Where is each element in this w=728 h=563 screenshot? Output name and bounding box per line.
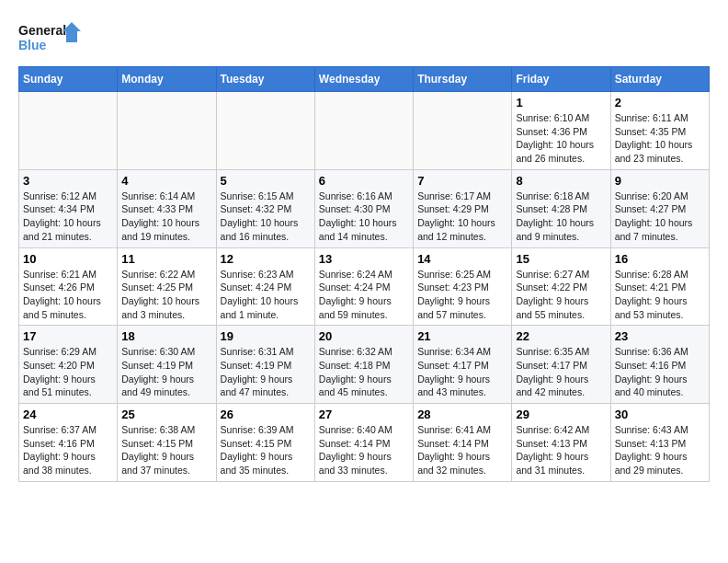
day-number: 6 <box>319 174 409 188</box>
day-info: Sunrise: 6:25 AMSunset: 4:23 PMDaylight:… <box>417 268 507 322</box>
header: General Blue <box>18 18 710 57</box>
calendar-cell: 1Sunrise: 6:10 AMSunset: 4:36 PMDaylight… <box>512 92 610 170</box>
day-number: 19 <box>221 329 311 343</box>
svg-text:Blue: Blue <box>18 38 47 52</box>
day-number: 8 <box>516 174 606 188</box>
day-info: Sunrise: 6:29 AMSunset: 4:20 PMDaylight:… <box>23 345 113 399</box>
day-number: 16 <box>615 252 705 266</box>
day-number: 23 <box>615 329 705 343</box>
day-info: Sunrise: 6:37 AMSunset: 4:16 PMDaylight:… <box>23 423 113 477</box>
day-number: 1 <box>516 96 606 109</box>
calendar-cell <box>19 92 118 170</box>
weekday-header: Tuesday <box>216 67 314 92</box>
calendar-cell: 29Sunrise: 6:42 AMSunset: 4:13 PMDayligh… <box>512 404 610 482</box>
day-info: Sunrise: 6:16 AMSunset: 4:30 PMDaylight:… <box>319 190 409 244</box>
weekday-header: Wednesday <box>314 67 413 92</box>
weekday-header: Monday <box>118 67 216 92</box>
calendar-cell: 21Sunrise: 6:34 AMSunset: 4:17 PMDayligh… <box>414 326 512 404</box>
weekday-header: Saturday <box>610 67 709 92</box>
day-info: Sunrise: 6:15 AMSunset: 4:32 PMDaylight:… <box>221 190 311 244</box>
day-info: Sunrise: 6:38 AMSunset: 4:15 PMDaylight:… <box>121 423 211 477</box>
day-number: 7 <box>417 174 507 188</box>
calendar-cell: 20Sunrise: 6:32 AMSunset: 4:18 PMDayligh… <box>314 326 413 404</box>
calendar-cell: 13Sunrise: 6:24 AMSunset: 4:24 PMDayligh… <box>314 247 413 326</box>
day-number: 24 <box>23 408 113 421</box>
calendar-cell: 17Sunrise: 6:29 AMSunset: 4:20 PMDayligh… <box>19 326 118 404</box>
weekday-header: Sunday <box>19 67 118 92</box>
calendar-cell: 14Sunrise: 6:25 AMSunset: 4:23 PMDayligh… <box>414 247 512 326</box>
logo-svg: General Blue <box>18 18 83 57</box>
calendar-cell: 18Sunrise: 6:30 AMSunset: 4:19 PMDayligh… <box>118 326 216 404</box>
day-number: 9 <box>615 174 705 188</box>
day-number: 29 <box>516 408 606 421</box>
day-number: 10 <box>23 252 113 266</box>
calendar-cell: 28Sunrise: 6:41 AMSunset: 4:14 PMDayligh… <box>414 404 512 482</box>
calendar-week-row: 1Sunrise: 6:10 AMSunset: 4:36 PMDaylight… <box>19 92 710 170</box>
day-number: 13 <box>319 252 409 266</box>
calendar-week-row: 3Sunrise: 6:12 AMSunset: 4:34 PMDaylight… <box>19 169 710 247</box>
calendar-cell: 4Sunrise: 6:14 AMSunset: 4:33 PMDaylight… <box>118 169 216 247</box>
calendar-cell: 23Sunrise: 6:36 AMSunset: 4:16 PMDayligh… <box>610 326 709 404</box>
calendar-cell: 24Sunrise: 6:37 AMSunset: 4:16 PMDayligh… <box>19 404 118 482</box>
day-info: Sunrise: 6:41 AMSunset: 4:14 PMDaylight:… <box>417 423 507 477</box>
day-number: 3 <box>23 174 113 188</box>
day-info: Sunrise: 6:21 AMSunset: 4:26 PMDaylight:… <box>23 268 113 322</box>
calendar-cell: 7Sunrise: 6:17 AMSunset: 4:29 PMDaylight… <box>414 169 512 247</box>
day-info: Sunrise: 6:23 AMSunset: 4:24 PMDaylight:… <box>221 268 311 322</box>
day-number: 14 <box>417 252 507 266</box>
calendar-cell: 12Sunrise: 6:23 AMSunset: 4:24 PMDayligh… <box>216 247 314 326</box>
calendar-cell: 6Sunrise: 6:16 AMSunset: 4:30 PMDaylight… <box>314 169 413 247</box>
day-info: Sunrise: 6:34 AMSunset: 4:17 PMDaylight:… <box>417 345 507 399</box>
calendar-cell: 5Sunrise: 6:15 AMSunset: 4:32 PMDaylight… <box>216 169 314 247</box>
calendar-cell: 9Sunrise: 6:20 AMSunset: 4:27 PMDaylight… <box>610 169 709 247</box>
calendar-cell: 30Sunrise: 6:43 AMSunset: 4:13 PMDayligh… <box>610 404 709 482</box>
day-info: Sunrise: 6:42 AMSunset: 4:13 PMDaylight:… <box>516 423 606 477</box>
calendar-cell: 26Sunrise: 6:39 AMSunset: 4:15 PMDayligh… <box>216 404 314 482</box>
svg-text:General: General <box>18 23 66 38</box>
day-info: Sunrise: 6:32 AMSunset: 4:18 PMDaylight:… <box>319 345 409 399</box>
day-info: Sunrise: 6:10 AMSunset: 4:36 PMDaylight:… <box>516 111 606 166</box>
calendar-cell: 27Sunrise: 6:40 AMSunset: 4:14 PMDayligh… <box>314 404 413 482</box>
day-number: 25 <box>121 408 211 421</box>
calendar-cell: 19Sunrise: 6:31 AMSunset: 4:19 PMDayligh… <box>216 326 314 404</box>
day-info: Sunrise: 6:27 AMSunset: 4:22 PMDaylight:… <box>516 268 606 322</box>
day-info: Sunrise: 6:18 AMSunset: 4:28 PMDaylight:… <box>516 190 606 244</box>
day-number: 26 <box>221 408 311 421</box>
calendar-week-row: 24Sunrise: 6:37 AMSunset: 4:16 PMDayligh… <box>19 404 710 482</box>
day-info: Sunrise: 6:11 AMSunset: 4:35 PMDaylight:… <box>615 111 705 166</box>
calendar-week-row: 17Sunrise: 6:29 AMSunset: 4:20 PMDayligh… <box>19 326 710 404</box>
calendar-cell: 22Sunrise: 6:35 AMSunset: 4:17 PMDayligh… <box>512 326 610 404</box>
calendar-cell: 16Sunrise: 6:28 AMSunset: 4:21 PMDayligh… <box>610 247 709 326</box>
day-number: 22 <box>516 329 606 343</box>
calendar-cell: 11Sunrise: 6:22 AMSunset: 4:25 PMDayligh… <box>118 247 216 326</box>
day-number: 11 <box>121 252 211 266</box>
calendar-header-row: SundayMondayTuesdayWednesdayThursdayFrid… <box>19 67 710 92</box>
day-number: 2 <box>615 96 705 109</box>
day-info: Sunrise: 6:43 AMSunset: 4:13 PMDaylight:… <box>615 423 705 477</box>
calendar-cell: 3Sunrise: 6:12 AMSunset: 4:34 PMDaylight… <box>19 169 118 247</box>
calendar-body: 1Sunrise: 6:10 AMSunset: 4:36 PMDaylight… <box>19 92 710 482</box>
day-info: Sunrise: 6:12 AMSunset: 4:34 PMDaylight:… <box>23 190 113 244</box>
day-info: Sunrise: 6:17 AMSunset: 4:29 PMDaylight:… <box>417 190 507 244</box>
weekday-header: Thursday <box>414 67 512 92</box>
logo: General Blue <box>18 18 83 57</box>
day-number: 15 <box>516 252 606 266</box>
day-number: 17 <box>23 329 113 343</box>
day-number: 30 <box>615 408 705 421</box>
weekday-header: Friday <box>512 67 610 92</box>
day-number: 4 <box>121 174 211 188</box>
day-info: Sunrise: 6:35 AMSunset: 4:17 PMDaylight:… <box>516 345 606 399</box>
calendar: SundayMondayTuesdayWednesdayThursdayFrid… <box>18 66 710 482</box>
calendar-cell <box>216 92 314 170</box>
calendar-cell: 25Sunrise: 6:38 AMSunset: 4:15 PMDayligh… <box>118 404 216 482</box>
day-info: Sunrise: 6:28 AMSunset: 4:21 PMDaylight:… <box>615 268 705 322</box>
calendar-week-row: 10Sunrise: 6:21 AMSunset: 4:26 PMDayligh… <box>19 247 710 326</box>
day-info: Sunrise: 6:20 AMSunset: 4:27 PMDaylight:… <box>615 190 705 244</box>
day-number: 5 <box>221 174 311 188</box>
day-info: Sunrise: 6:24 AMSunset: 4:24 PMDaylight:… <box>319 268 409 322</box>
day-info: Sunrise: 6:31 AMSunset: 4:19 PMDaylight:… <box>221 345 311 399</box>
day-number: 20 <box>319 329 409 343</box>
day-info: Sunrise: 6:30 AMSunset: 4:19 PMDaylight:… <box>121 345 211 399</box>
calendar-cell: 15Sunrise: 6:27 AMSunset: 4:22 PMDayligh… <box>512 247 610 326</box>
calendar-cell <box>118 92 216 170</box>
